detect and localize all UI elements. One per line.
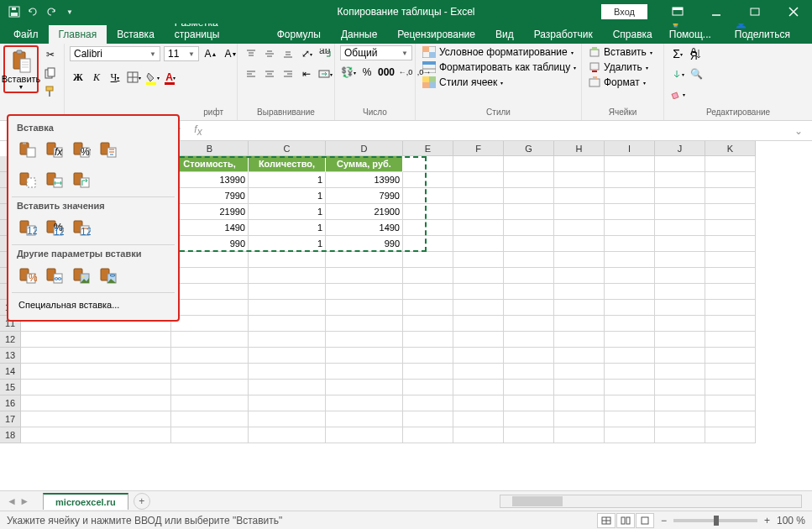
tab-help[interactable]: Справка xyxy=(603,25,663,44)
cell[interactable] xyxy=(326,268,403,284)
cell[interactable] xyxy=(705,411,756,427)
format-painter-icon[interactable] xyxy=(42,84,59,99)
cell[interactable] xyxy=(605,395,655,411)
cell[interactable] xyxy=(655,188,705,204)
cell[interactable] xyxy=(326,316,403,332)
paste-transpose-icon[interactable] xyxy=(69,168,94,191)
delete-cells[interactable]: Удалить ▾ xyxy=(587,60,654,74)
cell[interactable] xyxy=(605,332,655,348)
cell[interactable] xyxy=(705,268,756,284)
fb-expand-icon[interactable]: ⌄ xyxy=(788,123,809,139)
cell[interactable] xyxy=(403,220,453,236)
cell[interactable] xyxy=(504,284,554,300)
cell[interactable] xyxy=(705,427,756,443)
zoom-in-icon[interactable]: + xyxy=(764,515,770,526)
fb-fx-icon[interactable]: fx xyxy=(188,123,208,139)
font-color-icon[interactable]: A▾ xyxy=(162,69,179,86)
cell[interactable] xyxy=(453,156,504,172)
cell[interactable]: 13990 xyxy=(171,172,249,188)
cell[interactable] xyxy=(326,411,403,427)
cell[interactable] xyxy=(453,220,504,236)
cell[interactable]: 990 xyxy=(171,236,249,252)
cell[interactable] xyxy=(453,204,504,220)
cell[interactable] xyxy=(453,380,504,395)
cell[interactable] xyxy=(453,364,504,380)
cell[interactable] xyxy=(171,268,249,284)
cell[interactable] xyxy=(605,172,655,188)
cell[interactable] xyxy=(554,316,605,332)
paste-values-icon[interactable]: 123 xyxy=(15,216,40,239)
cell[interactable] xyxy=(605,427,655,443)
cell[interactable] xyxy=(605,204,655,220)
zoom-out-icon[interactable]: − xyxy=(661,515,667,526)
paste-keep-width-icon[interactable] xyxy=(42,168,67,191)
save-icon[interactable] xyxy=(7,4,22,19)
tab-home[interactable]: Главная xyxy=(49,25,107,44)
cell[interactable] xyxy=(504,252,554,268)
cell[interactable] xyxy=(453,236,504,252)
cell[interactable] xyxy=(326,284,403,300)
increase-decimal-icon[interactable]: ←,0 xyxy=(397,64,414,81)
cut-icon[interactable]: ✂ xyxy=(42,47,59,62)
font-size-combo[interactable]: 11▼ xyxy=(164,46,199,61)
cell[interactable] xyxy=(249,316,326,332)
paste-values-number-icon[interactable]: %123 xyxy=(42,216,67,239)
cell[interactable] xyxy=(655,395,705,411)
paste-linked-picture-icon[interactable] xyxy=(96,264,121,287)
cell[interactable] xyxy=(554,395,605,411)
cell[interactable] xyxy=(171,316,249,332)
cell[interactable] xyxy=(453,300,504,316)
cell[interactable] xyxy=(171,252,249,268)
paste-keep-source-icon[interactable] xyxy=(96,138,121,161)
cell[interactable] xyxy=(453,411,504,427)
cell[interactable] xyxy=(453,252,504,268)
increase-font-icon[interactable]: A▲ xyxy=(202,45,219,62)
tab-developer[interactable]: Разработчик xyxy=(524,25,603,44)
percent-icon[interactable]: % xyxy=(359,64,375,81)
cell[interactable] xyxy=(554,236,605,252)
row-header[interactable]: 18 xyxy=(0,427,21,443)
paste-formatting-icon[interactable]: % xyxy=(15,264,40,287)
cell[interactable] xyxy=(504,395,554,411)
cell[interactable] xyxy=(554,188,605,204)
cell[interactable] xyxy=(705,300,756,316)
cell[interactable] xyxy=(249,427,326,443)
cell[interactable] xyxy=(655,268,705,284)
cell[interactable] xyxy=(655,380,705,395)
align-left-icon[interactable] xyxy=(243,65,259,82)
column-header[interactable]: G xyxy=(504,141,554,156)
paste-formulas-icon[interactable]: fx xyxy=(42,138,67,161)
cell[interactable] xyxy=(249,348,326,364)
tab-file[interactable]: Файл xyxy=(3,25,49,44)
align-bottom-icon[interactable] xyxy=(280,45,296,62)
paste-link-icon[interactable] xyxy=(42,264,67,287)
cell[interactable] xyxy=(249,332,326,348)
cell[interactable] xyxy=(705,252,756,268)
tab-review[interactable]: Рецензирование xyxy=(387,25,485,44)
row-header[interactable]: 15 xyxy=(0,380,21,395)
cell[interactable] xyxy=(403,316,453,332)
cell[interactable] xyxy=(403,380,453,395)
cell[interactable] xyxy=(171,427,249,443)
undo-icon[interactable] xyxy=(25,4,40,19)
cell[interactable]: 990 xyxy=(326,236,403,252)
cell[interactable] xyxy=(605,380,655,395)
fill-icon[interactable]: ▾ xyxy=(669,65,686,82)
formula-input[interactable] xyxy=(208,129,788,133)
cell[interactable] xyxy=(504,188,554,204)
maximize-icon[interactable] xyxy=(736,0,773,24)
add-sheet-icon[interactable]: + xyxy=(134,493,150,510)
cell[interactable] xyxy=(403,395,453,411)
cell[interactable] xyxy=(453,395,504,411)
number-format-combo[interactable]: Общий▼ xyxy=(340,45,412,60)
cell[interactable]: 21990 xyxy=(171,204,249,220)
cell[interactable] xyxy=(705,284,756,300)
row-header[interactable]: 13 xyxy=(0,348,21,364)
tab-formulas[interactable]: Формулы xyxy=(267,25,331,44)
redo-icon[interactable] xyxy=(44,4,59,19)
cell[interactable] xyxy=(403,252,453,268)
cell[interactable] xyxy=(504,364,554,380)
cell[interactable] xyxy=(504,411,554,427)
cell[interactable] xyxy=(171,300,249,316)
cell[interactable] xyxy=(655,300,705,316)
